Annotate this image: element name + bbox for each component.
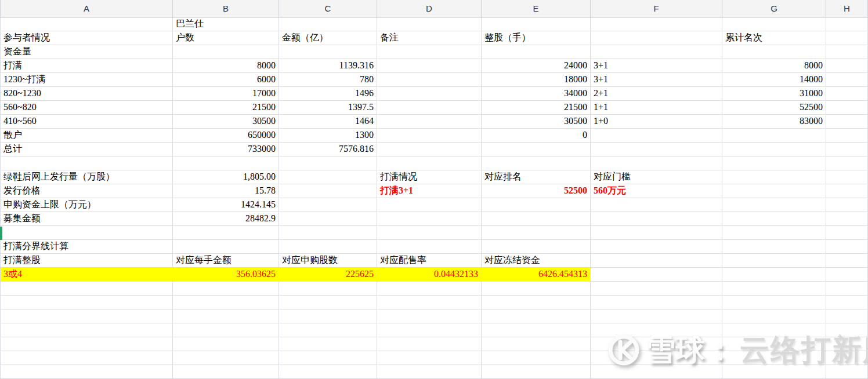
cell-C6[interactable]: 1496	[279, 87, 377, 101]
cell-B2[interactable]: 户数	[173, 31, 279, 45]
cell-D19[interactable]: 0.04432133	[377, 268, 482, 282]
cell-G10[interactable]	[722, 143, 826, 156]
cell-E20[interactable]	[482, 282, 591, 296]
cell-A12[interactable]: 绿鞋后网上发行量（万股）	[0, 170, 173, 184]
cell-F5[interactable]: 3+1	[591, 73, 722, 87]
cell-E9[interactable]: 0	[482, 129, 591, 143]
cell-D1[interactable]	[377, 17, 482, 31]
cell-F1[interactable]	[591, 17, 722, 31]
cell-E25[interactable]	[482, 351, 591, 365]
cell-H13[interactable]	[826, 184, 868, 198]
cell-F19[interactable]	[591, 268, 722, 282]
cell-G2[interactable]: 累计名次	[722, 31, 826, 45]
cell-A14[interactable]: 申购资金上限（万元）	[0, 198, 173, 212]
cell-H20[interactable]	[826, 282, 868, 296]
cell-E19[interactable]: 6426.454313	[482, 268, 591, 282]
cell-G26[interactable]	[722, 365, 826, 379]
cell-D24[interactable]	[377, 337, 482, 351]
cell-B10[interactable]: 733000	[173, 143, 279, 156]
cell-C3[interactable]	[279, 45, 377, 59]
cell-G21[interactable]	[722, 296, 826, 309]
cell-B1[interactable]: 巴兰仕	[173, 17, 279, 31]
cell-B24[interactable]	[173, 337, 279, 351]
cell-H21[interactable]	[826, 296, 868, 309]
cell-G9[interactable]	[722, 129, 826, 143]
cell-H7[interactable]	[826, 101, 868, 115]
cell-C22[interactable]	[279, 309, 377, 323]
cell-E16[interactable]	[482, 226, 591, 240]
cell-H19[interactable]	[826, 268, 868, 282]
cell-C25[interactable]	[279, 351, 377, 365]
cell-D21[interactable]	[377, 296, 482, 309]
cell-C18[interactable]: 对应申购股数	[279, 254, 377, 268]
cell-C14[interactable]	[279, 198, 377, 212]
cell-C5[interactable]: 780	[279, 73, 377, 87]
cell-G18[interactable]	[722, 254, 826, 268]
cell-D2[interactable]: 备注	[377, 31, 482, 45]
cell-B8[interactable]: 30500	[173, 115, 279, 129]
column-header-D[interactable]: D	[377, 0, 482, 17]
cell-B12[interactable]: 1,805.00	[173, 170, 279, 184]
cell-C13[interactable]	[279, 184, 377, 198]
cell-B16[interactable]	[173, 226, 279, 240]
cell-F11[interactable]	[591, 156, 722, 170]
cell-F24[interactable]	[591, 337, 722, 351]
cell-G19[interactable]	[722, 268, 826, 282]
cell-E24[interactable]	[482, 337, 591, 351]
cell-G14[interactable]	[722, 198, 826, 212]
cell-G3[interactable]	[722, 45, 826, 59]
cell-B5[interactable]: 6000	[173, 73, 279, 87]
cell-H12[interactable]	[826, 170, 868, 184]
cell-A8[interactable]: 410~560	[0, 115, 173, 129]
cell-G16[interactable]	[722, 226, 826, 240]
cell-G7[interactable]: 52500	[722, 101, 826, 115]
cell-B17[interactable]	[173, 240, 279, 254]
column-header-F[interactable]: F	[591, 0, 722, 17]
cell-F21[interactable]	[591, 296, 722, 309]
cell-B26[interactable]	[173, 365, 279, 379]
cell-D25[interactable]	[377, 351, 482, 365]
cell-B22[interactable]	[173, 309, 279, 323]
cell-E10[interactable]	[482, 143, 591, 156]
cell-F25[interactable]	[591, 351, 722, 365]
cell-C21[interactable]	[279, 296, 377, 309]
cell-B15[interactable]: 28482.9	[173, 212, 279, 226]
cell-F22[interactable]	[591, 309, 722, 323]
cell-C16[interactable]	[279, 226, 377, 240]
cell-E3[interactable]	[482, 45, 591, 59]
cell-F15[interactable]	[591, 212, 722, 226]
cell-C17[interactable]	[279, 240, 377, 254]
cell-H15[interactable]	[826, 212, 868, 226]
cell-C9[interactable]: 1300	[279, 129, 377, 143]
cell-G1[interactable]	[722, 17, 826, 31]
cell-F13[interactable]: 560万元	[591, 184, 722, 198]
cell-D18[interactable]: 对应配售率	[377, 254, 482, 268]
cell-C10[interactable]: 7576.816	[279, 143, 377, 156]
cell-D23[interactable]	[377, 323, 482, 337]
cell-A26[interactable]	[0, 365, 173, 379]
cell-A19[interactable]: 3或4	[0, 268, 173, 282]
cell-E23[interactable]	[482, 323, 591, 337]
cell-G13[interactable]	[722, 184, 826, 198]
cell-H26[interactable]	[826, 365, 868, 379]
cell-H3[interactable]	[826, 45, 868, 59]
cell-F12[interactable]: 对应门槛	[591, 170, 722, 184]
cell-H14[interactable]	[826, 198, 868, 212]
cell-H25[interactable]	[826, 351, 868, 365]
cell-D26[interactable]	[377, 365, 482, 379]
cell-C2[interactable]: 金额（亿）	[279, 31, 377, 45]
cell-E6[interactable]: 34000	[482, 87, 591, 101]
cell-C19[interactable]: 225625	[279, 268, 377, 282]
cell-E14[interactable]	[482, 198, 591, 212]
cell-B11[interactable]	[173, 156, 279, 170]
cell-B19[interactable]: 356.03625	[173, 268, 279, 282]
cell-H4[interactable]	[826, 59, 868, 73]
cell-H22[interactable]	[826, 309, 868, 323]
cell-H23[interactable]	[826, 323, 868, 337]
cell-E12[interactable]: 对应排名	[482, 170, 591, 184]
cell-H16[interactable]	[826, 226, 868, 240]
cell-F2[interactable]	[591, 31, 722, 45]
cell-D6[interactable]	[377, 87, 482, 101]
cell-F16[interactable]	[591, 226, 722, 240]
cell-A10[interactable]: 总计	[0, 143, 173, 156]
